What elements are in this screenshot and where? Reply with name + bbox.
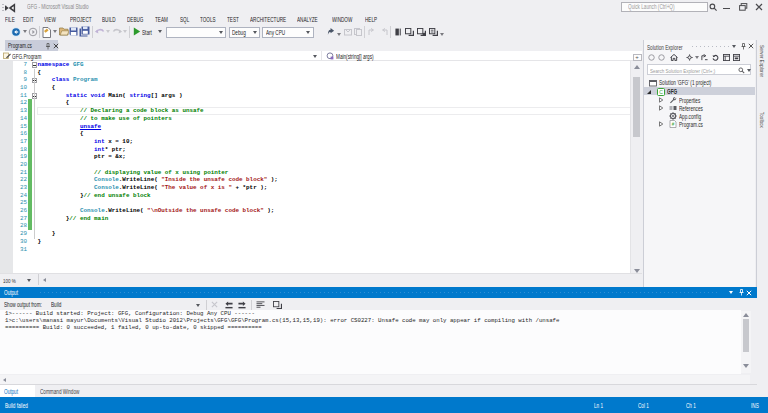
svg-text:#: # bbox=[672, 122, 675, 127]
svg-text:C: C bbox=[659, 89, 663, 95]
